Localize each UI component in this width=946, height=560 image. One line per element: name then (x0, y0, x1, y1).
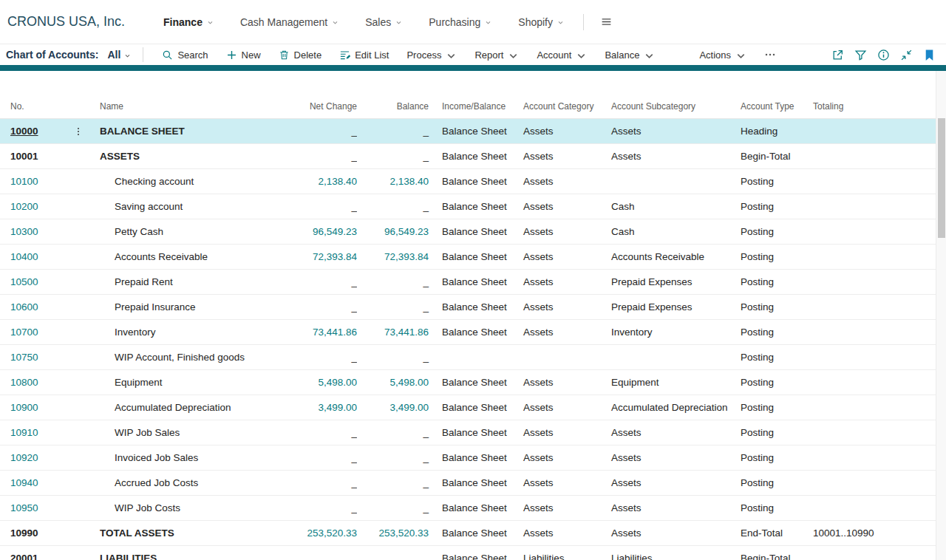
cell-account-category[interactable]: Assets (516, 402, 604, 413)
cell-income-balance[interactable]: Balance Sheet (435, 377, 516, 388)
net-change-value[interactable]: 73,441.86 (313, 327, 357, 338)
cell-account-subcategory[interactable]: Cash (604, 201, 733, 212)
cell-account-type[interactable]: Begin-Total (733, 151, 806, 162)
cell-name[interactable]: TOTAL ASSETS (89, 527, 276, 539)
net-change-value[interactable]: 5,498.00 (318, 377, 357, 388)
cell-no[interactable]: 10000 (0, 126, 89, 137)
cell-account-category[interactable]: Assets (516, 452, 604, 463)
cell-balance[interactable]: 3,499.00 (357, 402, 435, 413)
account-no-link[interactable]: 10300 (10, 226, 38, 237)
cell-balance[interactable]: _ (357, 126, 435, 137)
toolbar-delete[interactable]: Delete (272, 47, 329, 63)
table-row[interactable]: 10990TOTAL ASSETS253,520.33253,520.33Bal… (0, 521, 946, 546)
cell-balance[interactable]: 72,393.84 (357, 251, 435, 262)
account-no-link[interactable]: 10000 (10, 126, 38, 137)
cell-income-balance[interactable]: Balance Sheet (435, 301, 516, 313)
cell-account-type[interactable]: Posting (733, 377, 806, 388)
table-row[interactable]: 10001ASSETS__Balance SheetAssetsAssetsBe… (0, 144, 946, 169)
cell-income-balance[interactable]: Balance Sheet (435, 201, 516, 212)
cell-account-type[interactable]: Posting (733, 477, 806, 488)
cell-income-balance[interactable]: Balance Sheet (435, 151, 516, 162)
cell-account-category[interactable]: Assets (516, 126, 604, 137)
account-no-link[interactable]: 10950 (10, 502, 38, 513)
cell-net-change[interactable]: _ (276, 201, 357, 212)
cell-name[interactable]: LIABILITIES (89, 553, 276, 560)
toolbar-account[interactable]: Account (530, 47, 593, 64)
cell-account-category[interactable]: Assets (516, 176, 604, 187)
cell-name[interactable]: Prepaid Insurance (89, 301, 276, 313)
cell-income-balance[interactable]: Balance Sheet (435, 477, 516, 488)
cell-balance[interactable]: 96,549.23 (357, 226, 435, 237)
cell-no[interactable]: 10500 (0, 276, 89, 287)
column-header-no[interactable]: No. (0, 101, 89, 112)
cell-name[interactable]: Saving account (89, 201, 276, 212)
cell-income-balance[interactable]: Balance Sheet (435, 527, 516, 539)
cell-account-subcategory[interactable]: Assets (604, 527, 733, 539)
table-row[interactable]: 10800Equipment5,498.005,498.00Balance Sh… (0, 370, 946, 395)
nav-item-shopify[interactable]: Shopify (518, 16, 564, 28)
account-no-link[interactable]: 10910 (10, 427, 38, 438)
column-header-account-category[interactable]: Account Category (516, 101, 604, 112)
account-no-link[interactable]: 10100 (10, 176, 38, 187)
cell-account-type[interactable]: Posting (733, 427, 806, 438)
account-no-link[interactable]: 10700 (10, 327, 38, 338)
cell-no[interactable]: 20001 (0, 553, 89, 560)
cell-account-subcategory[interactable]: Prepaid Expenses (604, 301, 733, 313)
balance-value[interactable]: 96,549.23 (384, 226, 429, 237)
table-row[interactable]: 10910WIP Job Sales__Balance SheetAssetsA… (0, 420, 946, 445)
cell-account-type[interactable]: Heading (733, 126, 806, 137)
cell-account-category[interactable]: Assets (516, 327, 604, 338)
table-row[interactable]: 10200Saving account__Balance SheetAssets… (0, 194, 946, 219)
cell-account-subcategory[interactable]: Assets (604, 477, 733, 488)
toolbar-edit-list[interactable]: Edit List (333, 47, 395, 63)
nav-item-purchasing[interactable]: Purchasing (429, 16, 491, 28)
cell-account-subcategory[interactable]: Liabilities (604, 553, 733, 560)
cell-name[interactable]: Inventory (89, 327, 276, 338)
column-header-income-balance[interactable]: Income/Balance (435, 101, 516, 112)
cell-balance[interactable]: 253,520.33 (357, 527, 435, 539)
cell-net-change[interactable]: _ (276, 301, 357, 313)
cell-account-type[interactable]: Posting (733, 201, 806, 212)
net-change-value[interactable]: 253,520.33 (307, 527, 357, 539)
cell-name[interactable]: Checking account (89, 176, 276, 187)
cell-no[interactable]: 10700 (0, 327, 89, 338)
account-no-link[interactable]: 10940 (10, 477, 38, 488)
scrollbar-thumb[interactable] (938, 118, 945, 238)
balance-value[interactable]: 3,499.00 (389, 402, 429, 413)
cell-account-category[interactable]: Assets (516, 427, 604, 438)
nav-item-sales[interactable]: Sales (365, 16, 402, 28)
cell-account-subcategory[interactable]: Accounts Receivable (604, 251, 733, 262)
cell-name[interactable]: Equipment (89, 377, 276, 388)
hamburger-menu-icon[interactable] (600, 16, 613, 28)
share-button[interactable] (831, 49, 844, 61)
cell-balance[interactable]: 5,498.00 (357, 377, 435, 388)
cell-account-subcategory[interactable]: Assets (604, 151, 733, 162)
cell-name[interactable]: Accounts Receivable (89, 251, 276, 262)
cell-account-category[interactable]: Assets (516, 251, 604, 262)
cell-no[interactable]: 10200 (0, 201, 89, 212)
column-header-account-type[interactable]: Account Type (733, 101, 806, 112)
net-change-value[interactable]: 96,549.23 (313, 226, 357, 237)
cell-net-change[interactable]: 96,549.23 (276, 226, 357, 237)
collapse-button[interactable] (900, 49, 913, 61)
cell-account-subcategory[interactable]: Prepaid Expenses (604, 276, 733, 287)
cell-balance[interactable]: 2,138.40 (357, 176, 435, 187)
cell-balance[interactable]: _ (357, 276, 435, 287)
table-row[interactable]: 10900Accumulated Depreciation3,499.003,4… (0, 395, 946, 420)
account-no-link[interactable]: 10001 (10, 151, 38, 162)
cell-account-category[interactable]: Assets (516, 502, 604, 513)
cell-net-change[interactable]: 72,393.84 (276, 251, 357, 262)
cell-net-change[interactable]: 5,498.00 (276, 377, 357, 388)
cell-account-type[interactable]: Posting (733, 301, 806, 313)
cell-no[interactable]: 10600 (0, 301, 89, 313)
cell-account-type[interactable]: Begin-Total (733, 553, 806, 560)
cell-name[interactable]: Prepaid Rent (89, 276, 276, 287)
cell-balance[interactable]: _ (357, 352, 435, 363)
cell-income-balance[interactable]: Balance Sheet (435, 553, 516, 560)
cell-balance[interactable]: _ (357, 201, 435, 212)
account-no-link[interactable]: 10400 (10, 251, 38, 262)
table-row[interactable]: 10940Accrued Job Costs__Balance SheetAss… (0, 471, 946, 496)
table-row[interactable]: 10920Invoiced Job Sales__Balance SheetAs… (0, 445, 946, 471)
account-no-link[interactable]: 20001 (10, 553, 38, 560)
cell-balance[interactable]: _ (357, 452, 435, 463)
